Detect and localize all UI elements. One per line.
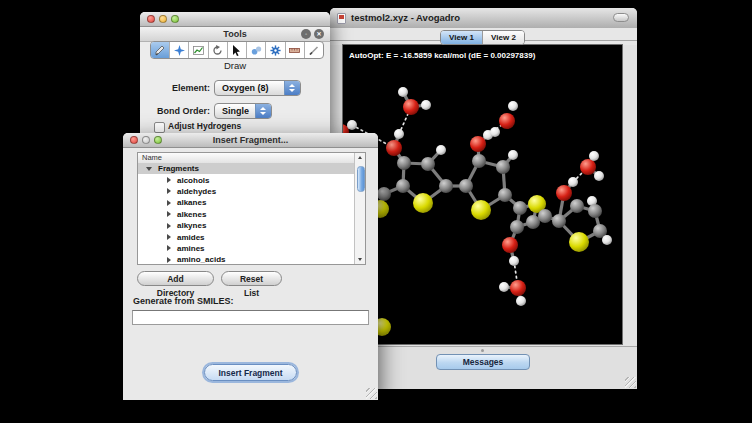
- tree-item[interactable]: alcohols: [138, 174, 355, 185]
- tools-palette-window: Tools ◦ ✕: [140, 12, 330, 136]
- bond-order-label: Bond Order:: [140, 106, 210, 116]
- rotate-icon: [212, 45, 223, 56]
- cursor-icon: [231, 45, 242, 56]
- autoopt-status-text: AutoOpt: E = -16.5859 kcal/mol (dE = 0.0…: [349, 51, 535, 60]
- scrollbar-thumb[interactable]: [357, 166, 365, 192]
- active-tool-label: Draw: [140, 60, 330, 71]
- stylus-icon: [308, 45, 319, 56]
- manipulate-tool-button[interactable]: [247, 42, 266, 58]
- tools-dock-bar[interactable]: Tools ◦ ✕: [140, 27, 330, 42]
- disclosure-closed-icon[interactable]: [167, 188, 171, 194]
- tree-item[interactable]: aldehydes: [138, 186, 355, 197]
- tool-selector-toolbar: [150, 41, 324, 59]
- measure-tool-button[interactable]: [286, 42, 305, 58]
- element-label: Element:: [140, 83, 210, 93]
- disclosure-closed-icon[interactable]: [167, 211, 171, 217]
- fragment-tree-list: Name Fragments alcohols aldehydes alkane…: [137, 152, 366, 265]
- view-tabset: View 1 View 2: [440, 30, 525, 45]
- smiles-input[interactable]: [132, 310, 369, 325]
- window-title: testmol2.xyz - Avogadro: [351, 8, 460, 28]
- adjust-hydrogens-label: Adjust Hydrogens: [168, 121, 241, 131]
- tools-title-bar[interactable]: [140, 12, 330, 27]
- popup-arrows-icon: [284, 81, 300, 95]
- insert-fragment-dialog: Insert Fragment... Name Fragments alcoho…: [123, 133, 378, 400]
- view-tab-bar: View 1 View 2: [330, 28, 637, 45]
- tab-view-2[interactable]: View 2: [482, 31, 524, 44]
- fragment-title-bar[interactable]: Insert Fragment...: [123, 133, 378, 148]
- draw-tool-button[interactable]: [151, 42, 170, 58]
- add-directory-button[interactable]: Add Directory: [137, 271, 214, 286]
- insert-fragment-button[interactable]: Insert Fragment: [204, 364, 297, 381]
- tree-item-fragments[interactable]: Fragments: [138, 163, 355, 174]
- main-title-bar[interactable]: testmol2.xyz - Avogadro: [330, 8, 637, 29]
- gear-icon: [270, 45, 281, 56]
- chart-icon: [193, 45, 204, 56]
- disclosure-closed-icon[interactable]: [167, 177, 171, 183]
- ruler-icon: [289, 45, 300, 56]
- navigate-tool-button[interactable]: [170, 42, 189, 58]
- scroll-up-icon[interactable]: [355, 153, 365, 162]
- resize-grip[interactable]: [625, 377, 636, 388]
- adjust-hydrogens-checkbox[interactable]: [154, 122, 165, 133]
- align-tool-button[interactable]: [305, 42, 323, 58]
- auto-optimize-tool-button[interactable]: [266, 42, 285, 58]
- molecule-render: [343, 45, 622, 344]
- pencil-icon: [155, 45, 166, 56]
- disclosure-closed-icon[interactable]: [167, 257, 171, 263]
- star-icon: [174, 45, 185, 56]
- list-scrollbar[interactable]: [354, 153, 365, 264]
- reset-list-button[interactable]: Reset List: [221, 271, 282, 286]
- disclosure-closed-icon[interactable]: [167, 234, 171, 240]
- element-dropdown[interactable]: Oxygen (8): [214, 80, 301, 96]
- disclosure-closed-icon[interactable]: [167, 245, 171, 251]
- drawer-handle-icon: [481, 349, 484, 352]
- tree-item[interactable]: alkanes: [138, 197, 355, 208]
- fragment-rows: Fragments alcohols aldehydes alkanes alk…: [138, 163, 355, 264]
- bond-order-dropdown[interactable]: Single: [214, 103, 272, 119]
- document-icon: [337, 13, 346, 24]
- toolbar-toggle-button[interactable]: [613, 13, 629, 22]
- scroll-down-icon[interactable]: [355, 255, 365, 264]
- messages-button[interactable]: Messages: [436, 354, 530, 370]
- close-dock-button[interactable]: ✕: [314, 29, 324, 39]
- 3d-viewport[interactable]: AutoOpt: E = -16.5859 kcal/mol (dE = 0.0…: [342, 44, 623, 345]
- tree-item[interactable]: amino_acids: [138, 254, 355, 264]
- resize-grip[interactable]: [366, 388, 377, 399]
- element-value: Oxygen (8): [222, 81, 269, 95]
- molecules-icon: [251, 45, 262, 56]
- minimize-button[interactable]: [159, 15, 167, 23]
- tab-view-1[interactable]: View 1: [441, 31, 482, 44]
- fragment-dialog-title: Insert Fragment...: [123, 133, 378, 147]
- bond-order-value: Single: [222, 104, 249, 118]
- tree-item[interactable]: amides: [138, 231, 355, 242]
- disclosure-closed-icon[interactable]: [167, 223, 171, 229]
- tree-item[interactable]: amines: [138, 243, 355, 254]
- tree-item[interactable]: alkenes: [138, 209, 355, 220]
- popup-arrows-icon: [255, 104, 271, 118]
- rotate-tool-button[interactable]: [209, 42, 228, 58]
- disclosure-open-icon[interactable]: [146, 167, 152, 171]
- float-dock-button[interactable]: ◦: [301, 29, 311, 39]
- bond-centric-tool-button[interactable]: [189, 42, 208, 58]
- select-tool-button[interactable]: [228, 42, 247, 58]
- tree-item[interactable]: alkynes: [138, 220, 355, 231]
- zoom-button[interactable]: [171, 15, 179, 23]
- smiles-label: Generate from SMILES:: [133, 296, 234, 306]
- disclosure-closed-icon[interactable]: [167, 200, 171, 206]
- close-button[interactable]: [147, 15, 155, 23]
